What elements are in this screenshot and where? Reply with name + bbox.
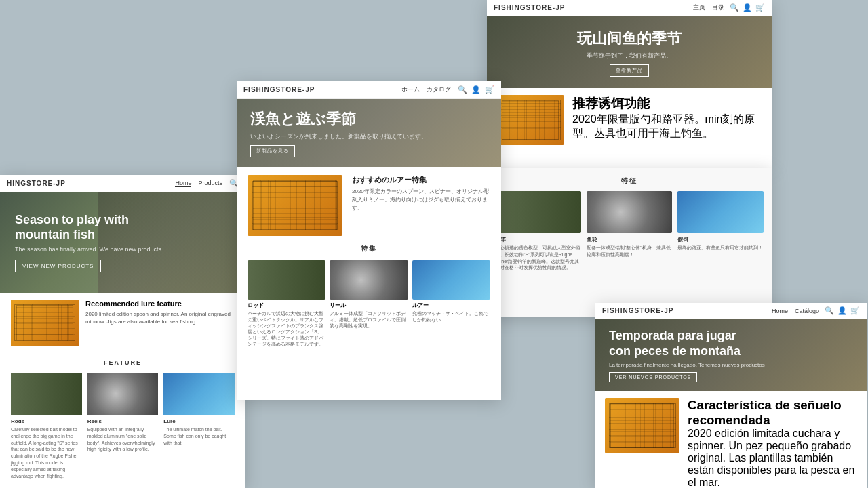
- hero-cta-jp[interactable]: 新製品を見る: [250, 145, 295, 157]
- brand-en: HINGSTORE-JP: [7, 180, 66, 187]
- hero-title-jp: 渓魚と遊ぶ季節: [250, 109, 356, 129]
- panel-chinese-features: 特征 鱼竿 精心挑选的诱鱼模型，可挑战大型室外游戏。长效动作"S"系列可以说是R…: [487, 168, 772, 317]
- nav-link-products-en[interactable]: Products: [198, 180, 222, 187]
- lure-label-en: Lure: [163, 418, 235, 424]
- reel-label-jp: リール: [330, 302, 408, 309]
- nav-en: HINGSTORE-JP Home Products 🔍: [0, 175, 245, 192]
- panel-chinese: FISHINGSTORE-JP 主页 目录 🔍 👤 🛒 玩山间鱼的季节 季节终于…: [487, 0, 772, 168]
- feature-rods-en: Rods Carefully selected bait model to ch…: [11, 373, 82, 479]
- panel-english: HINGSTORE-JP Home Products 🔍 Season to p…: [0, 175, 245, 488]
- cn-lure-desc: 最终的路亚。有些鱼只有用它才能钓到！: [677, 245, 764, 251]
- nav-links-en: Home Products: [175, 180, 222, 187]
- lure-desc-jp: 究極のマッチ・ザ・ベイト。これでしか釣れない！: [412, 310, 490, 323]
- search-icon-cn[interactable]: 🔍: [730, 3, 739, 12]
- lure-desc-en: The ultimate match the bait. Some fish c…: [163, 426, 235, 446]
- cn-lure-feature-img: [677, 191, 764, 233]
- user-icon-cn[interactable]: 👤: [743, 3, 752, 12]
- feature-row-en: Rods Carefully selected bait model to ch…: [11, 373, 235, 479]
- rods-desc-en: Carefully selected bait model to challen…: [11, 426, 82, 479]
- hero-image-en: [98, 192, 245, 293]
- search-icon-jp[interactable]: 🔍: [458, 85, 467, 94]
- nav-icons-cn: 🔍 👤 🛒: [730, 3, 765, 12]
- lure-section-jp: おすすめのルアー特集 2020年限定カラーのスプーン、スピナー、オリジナル彫刻入…: [248, 175, 490, 236]
- hero-title-es: Temporada para jugar con peces de montañ…: [609, 328, 745, 360]
- lure-col-jp: ルアー 究極のマッチ・ザ・ベイト。これでしか釣れない！: [412, 260, 490, 348]
- panel-japanese: FISHINGSTORE-JP ホーム カタログ 🔍 👤 🛒 渓魚と遊ぶ季節 い…: [237, 81, 501, 400]
- cn-lure-img: [496, 95, 564, 145]
- cn-reel-img: [587, 191, 673, 233]
- recommended-title-en: Recommended lure feature: [85, 300, 235, 308]
- hero-jp: 渓魚と遊ぶ季節 いよいよシーズンが到来しました。新製品を取り揃えています。 新製…: [237, 99, 501, 167]
- cn-recommended-desc: 2020年限量版勺和路亚器。min刻的原型。丛具也可用于海上钓鱼。: [572, 113, 762, 141]
- cn-text: 推荐诱饵功能 2020年限量版勺和路亚器。min刻的原型。丛具也可用于海上钓鱼。: [572, 95, 762, 145]
- rod-col-jp: ロッド バーチカルで浜辺の大物に挑む大型の重いベイトタックル。リアルなフィッシン…: [248, 260, 326, 348]
- reel-col-img-jp: [330, 260, 408, 300]
- rods-img-en: [11, 373, 82, 415]
- es-content: Característica de señuelo recomendada 20…: [595, 391, 867, 488]
- nav-jp: FISHINGSTORE-JP ホーム カタログ 🔍 👤 🛒: [237, 81, 501, 99]
- reel-desc-jp: アルミ一体成型「コアソリッドボディ」搭載。超低プロファイルで圧倒的な高剛性を実現…: [330, 310, 408, 329]
- cart-icon-cn[interactable]: 🛒: [755, 3, 765, 12]
- hero-en: Season to play with mountain fish The se…: [0, 192, 245, 293]
- cn-feature-title: 特征: [487, 168, 772, 191]
- user-icon-es[interactable]: 👤: [837, 306, 847, 315]
- hero-title-cn: 玩山间鱼的季节: [577, 28, 682, 49]
- hero-cta-en[interactable]: VIEW NEW PRODUCTS: [15, 260, 101, 272]
- es-recommended-title: Característica de señuelo recomendada: [688, 398, 857, 428]
- es-text: Característica de señuelo recomendada 20…: [688, 398, 857, 488]
- nav-catalog-es[interactable]: Catálogo: [795, 308, 819, 314]
- hero-es: Temporada para jugar con peces de montañ…: [595, 319, 867, 391]
- nav-links-es: Home Catálogo: [772, 308, 819, 314]
- reels-desc-en: Equipped with an integrally molded alumi…: [87, 426, 159, 453]
- lure-img-en: [11, 300, 79, 346]
- nav-home-es[interactable]: Home: [772, 308, 788, 314]
- cn-feature-row: 鱼竿 精心挑选的诱鱼模型，可挑战大型室外游戏。长效动作"S"系列可以说是Rugb…: [487, 191, 772, 271]
- hero-subtitle-cn: 季节终于到了，我们有新产品。: [587, 52, 672, 60]
- feature-lure-en: Lure The ultimate match the bait. Some f…: [163, 373, 235, 479]
- hero-cta-es[interactable]: VER NUEVOS PRODUCTOS: [609, 372, 697, 382]
- reel-col-jp: リール アルミ一体成型「コアソリッドボディ」搭載。超低プロファイルで圧倒的な高剛…: [330, 260, 408, 348]
- feature-title-jp: 特集: [248, 244, 490, 253]
- rod-label-jp: ロッド: [248, 302, 326, 309]
- lure-label-jp: ルアー: [412, 302, 490, 309]
- feature-reels-en: Reels Equipped with an integrally molded…: [87, 373, 159, 479]
- rod-desc-jp: バーチカルで浜辺の大物に挑む大型の重いベイトタックル。リアルなフィッシングファイ…: [248, 310, 326, 348]
- rods-label-en: Rods: [11, 418, 82, 424]
- nav-es: FISHINGSTORE-JP Home Catálogo 🔍 👤 🛒: [595, 303, 867, 319]
- nav-icons-es: 🔍 👤 🛒: [825, 306, 860, 315]
- recommended-desc-jp: 2020年限定カラーのスプーン、スピナー、オリジナル彫刻入りミノー、海釣り向けに…: [352, 188, 490, 212]
- feature-title-en: FEATURE: [11, 359, 235, 366]
- recommended-desc-en: 2020 limited edition spoon and spinner. …: [85, 310, 235, 325]
- cn-reel-desc: 配备一体成型铝制"整心体"机身，兼具低轮廓和压倒性高刚度！: [587, 245, 673, 258]
- user-icon-jp[interactable]: 👤: [471, 85, 481, 94]
- cn-rod-img: [495, 191, 581, 233]
- cn-reel-block: 鱼轮 配备一体成型铝制"整心体"机身，兼具低轮廓和压倒性高刚度！: [587, 191, 673, 271]
- brand-es: FISHINGSTORE-JP: [602, 307, 673, 314]
- lure-img-jp: [248, 175, 342, 236]
- search-icon-es[interactable]: 🔍: [825, 306, 834, 315]
- hero-cta-cn[interactable]: 查看新产品: [610, 64, 649, 77]
- cn-rod-label: 鱼竿: [495, 236, 581, 243]
- lure-img-feature-en: [163, 373, 235, 415]
- cart-icon-es[interactable]: 🛒: [850, 306, 860, 315]
- rod-imgs-jp: ロッド バーチカルで浜辺の大物に挑む大型の重いベイトタックル。リアルなフィッシン…: [248, 260, 490, 348]
- nav-home-cn[interactable]: 主页: [693, 3, 705, 12]
- es-recommended-desc: 2020 edición limitada cuchara y spinner.…: [688, 428, 857, 488]
- nav-home-jp[interactable]: ホーム: [401, 85, 420, 94]
- lure-col-img-jp: [412, 260, 490, 300]
- cart-icon-jp[interactable]: 🛒: [485, 85, 494, 94]
- nav-catalog-jp[interactable]: カタログ: [427, 85, 451, 94]
- nav-catalog-cn[interactable]: 目录: [712, 3, 724, 12]
- nav-link-home-en[interactable]: Home: [175, 180, 191, 187]
- cn-rod-desc: 精心挑选的诱鱼模型，可挑战大型室外游戏。长效动作"S"系列可以说是Rugbe F…: [495, 245, 581, 271]
- cn-content: 推荐诱饵功能 2020年限量版勺和路亚器。min刻的原型。丛具也可用于海上钓鱼。: [487, 88, 772, 152]
- cn-rod-block: 鱼竿 精心挑选的诱鱼模型，可挑战大型室外游戏。长效动作"S"系列可以说是Rugb…: [495, 191, 581, 271]
- reels-label-en: Reels: [87, 418, 159, 424]
- nav-cn: FISHINGSTORE-JP 主页 目录 🔍 👤 🛒: [487, 0, 772, 16]
- hero-subtitle-jp: いよいよシーズンが到来しました。新製品を取り揃えています。: [250, 132, 427, 141]
- feature-section-en: FEATURE Rods Carefully selected bait mod…: [0, 350, 245, 486]
- hero-subtitle-es: La temporada finalmente ha llegado. Tene…: [609, 362, 765, 368]
- hero-subtitle-en: The season has finally arrived. We have …: [15, 246, 163, 253]
- reels-img-en: [87, 373, 159, 415]
- hero-cn: 玩山间鱼的季节 季节终于到了，我们有新产品。 查看新产品: [487, 16, 772, 88]
